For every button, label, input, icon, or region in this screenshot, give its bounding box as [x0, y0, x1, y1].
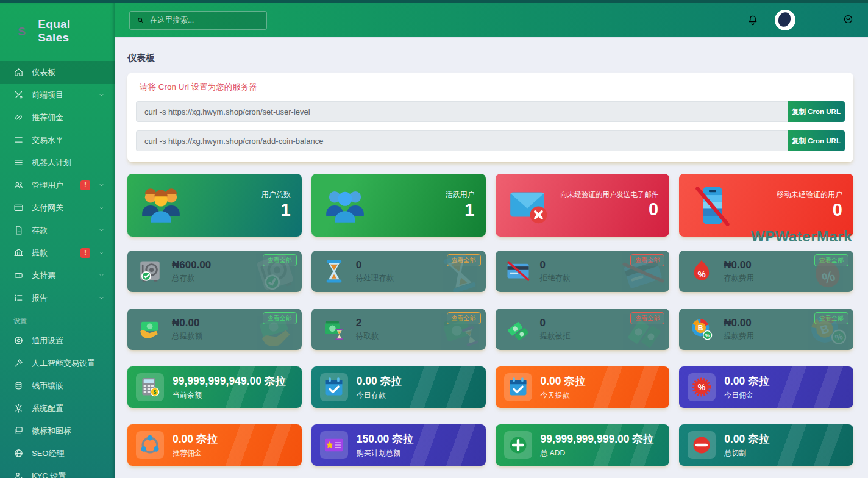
- chevron-down-icon: [98, 182, 105, 188]
- sidebar-item-dashboard[interactable]: 仪表板: [0, 61, 115, 84]
- sidebar-item-report[interactable]: 报告: [0, 287, 115, 309]
- view-all-badge[interactable]: 查看全部: [814, 312, 848, 324]
- metric-label: 今天提款: [541, 390, 586, 401]
- mini-card-rejected-deposits: 查看全部 0 拒绝存款: [496, 251, 670, 292]
- phone-unverified-icon: [690, 183, 735, 228]
- stat-value: 1: [446, 200, 475, 220]
- shield-s-logo-icon: [11, 20, 32, 42]
- cron-notice: 请将 Cron Url 设置为您的服务器: [140, 82, 845, 93]
- sidebar: Equal Sales 仪表板 前端项目 推荐佣金 交易水平 机器: [0, 3, 115, 478]
- view-all-badge[interactable]: 查看全部: [630, 254, 664, 266]
- metric-label: 总 ADD: [541, 448, 654, 458]
- list-icon: [13, 135, 24, 145]
- sidebar-item-logo-icon[interactable]: 微标和图标: [0, 419, 115, 442]
- mini-value: ₦0.00: [724, 317, 754, 329]
- topbar: [115, 3, 868, 38]
- stat-card-total-users[interactable]: 用户总数 1: [127, 174, 302, 237]
- search-box[interactable]: [129, 11, 267, 30]
- sidebar-item-label: SEO经理: [32, 448, 105, 459]
- chevron-down-icon: [98, 204, 105, 211]
- mini-value: 0: [540, 317, 571, 329]
- view-all-badge[interactable]: 查看全部: [263, 254, 297, 266]
- metric-value: 0.00 奈拉: [541, 374, 586, 388]
- copy-cron-url-button[interactable]: 复制 Cron URL: [788, 101, 845, 122]
- sidebar-item-ai-trade-setting[interactable]: 人工智能交易设置: [0, 352, 115, 374]
- mini-card-rejected-withdrawals: 查看全部 0 提款被拒: [496, 309, 670, 350]
- sidebar-item-payment-gateway[interactable]: 支付网关: [0, 196, 115, 219]
- metric-label: 购买计划总额: [357, 448, 413, 458]
- view-all-badge[interactable]: 查看全部: [630, 312, 664, 324]
- calendar-check-icon: [322, 376, 346, 399]
- metric-value: 0.00 奈拉: [357, 374, 402, 388]
- sidebar-item-general-setting[interactable]: 通用设置: [0, 329, 115, 352]
- chevron-down-icon[interactable]: [843, 14, 853, 24]
- sidebar-item-label: 钱币镶嵌: [32, 380, 105, 391]
- chevron-down-icon: [98, 272, 105, 279]
- sidebar-item-support-ticket[interactable]: 支持票: [0, 264, 115, 287]
- credit-card-icon: [13, 202, 24, 213]
- sidebar-item-referral-commission[interactable]: 推荐佣金: [0, 106, 115, 129]
- stat-label: 活跃用户: [446, 190, 475, 200]
- sidebar-item-label: 管理用户: [32, 180, 73, 191]
- sidebar-item-withdrawals[interactable]: 提款 !: [0, 241, 115, 264]
- mail-unverified-icon: [507, 183, 552, 228]
- sidebar-item-trade-level[interactable]: 交易水平: [0, 129, 115, 151]
- globe-icon: [13, 448, 24, 458]
- minus-circle-icon: [690, 433, 713, 457]
- stat-card-mobile-unverified[interactable]: 移动未经验证的用户 0: [679, 174, 853, 237]
- mini-card-deposit-charges: 查看全部 ₦0.00 存款费用: [679, 251, 853, 292]
- metric-label: 当前余额: [173, 390, 286, 401]
- chevron-down-icon: [98, 249, 105, 256]
- sidebar-item-kyc-setting[interactable]: KYC 设置: [0, 465, 115, 478]
- metric-card-total-add: 99,999,999,999.00 奈拉 总 ADD: [496, 424, 670, 466]
- sidebar-item-label: 推荐佣金: [32, 112, 105, 123]
- card-slash-icon: [505, 259, 531, 284]
- user-check-icon: [13, 471, 24, 478]
- sidebar-item-label: 人工智能交易设置: [32, 358, 105, 369]
- mini-label: 提款费用: [724, 331, 754, 341]
- brand[interactable]: Equal Sales: [0, 3, 115, 59]
- sidebar-item-deposits[interactable]: 存款: [0, 219, 115, 241]
- invoice-icon: [13, 225, 24, 235]
- mini-card-total-withdrawals: 查看全部 ₦0.00 总提款额: [127, 309, 302, 350]
- sidebar-item-system-configuration[interactable]: 系统配置: [0, 397, 115, 419]
- metric-card-today-deposits: 0.00 奈拉 今日存款: [311, 366, 486, 408]
- stat-card-active-users[interactable]: 活跃用户 1: [311, 174, 486, 237]
- sidebar-item-coin-embed[interactable]: 钱币镶嵌: [0, 374, 115, 397]
- mini-value: ₦0.00: [724, 259, 754, 271]
- ticket-icon: [13, 270, 24, 280]
- sidebar-item-seo-manager[interactable]: SEO经理: [0, 442, 115, 465]
- sidebar-item-manage-users[interactable]: 管理用户 !: [0, 174, 115, 196]
- mini-label: 总存款: [172, 273, 211, 284]
- users-group-icon: [138, 183, 183, 228]
- search-input[interactable]: [149, 16, 260, 24]
- banknotes-icon: [505, 316, 531, 342]
- hand-money-icon: [137, 316, 163, 342]
- metric-label: 今日佣金: [724, 390, 769, 401]
- view-all-badge[interactable]: 查看全部: [447, 254, 481, 266]
- view-all-badge[interactable]: 查看全部: [814, 254, 848, 266]
- metric-value: 0.00 奈拉: [724, 432, 769, 446]
- gear-icon: [13, 403, 24, 413]
- view-all-badge[interactable]: 查看全部: [447, 312, 481, 324]
- cron-url-input-set-user-level[interactable]: [136, 101, 788, 122]
- users-icon: [13, 180, 24, 190]
- avatar[interactable]: [775, 10, 795, 30]
- copy-cron-url-button[interactable]: 复制 Cron URL: [788, 130, 845, 151]
- sidebar-item-frontend[interactable]: 前端项目: [0, 84, 115, 106]
- cron-panel: 请将 Cron Url 设置为您的服务器 复制 Cron URL 复制 Cron…: [127, 73, 853, 162]
- mini-value: 0: [540, 259, 571, 271]
- cron-url-input-add-coin-balance[interactable]: [136, 130, 788, 151]
- mini-label: 待处理存款: [356, 273, 394, 284]
- metric-label: 今日存款: [357, 390, 402, 401]
- bell-icon[interactable]: [747, 14, 759, 26]
- stat-label: 用户总数: [261, 190, 291, 200]
- mini-card-withdrawal-charges: 查看全部 ₦0.00 提款费用: [679, 309, 853, 350]
- view-all-badge[interactable]: 查看全部: [263, 312, 297, 324]
- stat-card-email-unverified[interactable]: 向未经验证的用户发送电子邮件 0: [496, 174, 670, 237]
- home-icon: [13, 67, 24, 77]
- sidebar-section-settings: 设置: [0, 309, 115, 329]
- sidebar-item-bot-plan[interactable]: 机器人计划: [0, 151, 115, 174]
- stat-value: 1: [261, 200, 291, 220]
- mini-label: 总提款额: [172, 331, 202, 341]
